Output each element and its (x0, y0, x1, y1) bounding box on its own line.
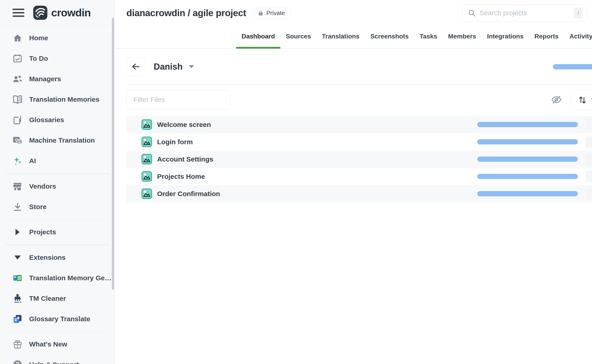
sidebar-item-todo[interactable]: To Do (0, 48, 115, 69)
sidebar-divider (6, 245, 109, 245)
language-name: Danish (154, 62, 183, 72)
sidebar-item-glossaries[interactable]: Glossaries (0, 110, 115, 130)
file-progress-badge: 100% • 0% (585, 188, 592, 200)
privacy-label: Private (266, 10, 285, 17)
crowdin-logo-icon (33, 6, 48, 20)
sidebar-item-translation-memories[interactable]: Translation Memories (0, 89, 115, 110)
language-dropdown-caret-icon[interactable] (189, 65, 194, 68)
sort-files-button[interactable] (571, 90, 592, 110)
sidebar-item-label: Home (29, 34, 48, 42)
file-progress-badge: 100% • 0% (585, 154, 592, 165)
file-name[interactable]: Welcome screen (157, 121, 211, 129)
topbar-actions: / 99+ (462, 4, 592, 22)
toggle-hidden-files-button[interactable] (550, 93, 563, 106)
back-button[interactable] (126, 57, 145, 76)
section-divider (126, 84, 592, 85)
file-progress-fill (477, 191, 578, 196)
sort-arrows-icon (578, 95, 587, 105)
sidebar-item-vendors[interactable]: Vendors (0, 176, 115, 196)
file-progress-bar (477, 122, 578, 127)
file-name[interactable]: Projects Home (157, 173, 205, 180)
sidebar-item-label: Translation Memory Gene… (29, 274, 113, 282)
sidebar: crowdin Home To Do (0, 0, 115, 364)
sidebar-item-machine-translation[interactable]: G Machine Translation (0, 130, 115, 151)
tab-translations[interactable]: Translations (317, 33, 365, 48)
file-row-order-confirmation[interactable]: Order Confirmation 100% • 0% (126, 185, 592, 202)
file-list: Welcome screen 100% • 0% (126, 116, 592, 202)
sidebar-item-extensions[interactable]: Extensions (0, 247, 115, 268)
search-icon (468, 9, 476, 17)
file-progress-bar (477, 156, 578, 162)
file-row-login-form[interactable]: Login form 100% • 0% (126, 133, 592, 151)
storefront-icon (12, 181, 23, 192)
file-progress-bar (477, 174, 578, 179)
sidebar-item-label: TM Cleaner (29, 295, 66, 302)
tab-activity[interactable]: Activity (564, 33, 592, 48)
privacy-badge[interactable]: Private (253, 7, 291, 19)
home-icon (12, 32, 23, 44)
language-progress-group: 99% • 0% (553, 61, 592, 72)
tab-integrations[interactable]: Integrations (482, 33, 529, 48)
file-name[interactable]: Order Confirmation (157, 190, 220, 198)
sidebar-item-store[interactable]: Store (0, 196, 115, 217)
search-projects-box[interactable]: / (462, 4, 587, 22)
machine-translation-icon: G (12, 135, 23, 146)
sidebar-item-projects[interactable]: Projects (0, 222, 115, 242)
sidebar-item-label: Glossaries (29, 116, 64, 124)
gift-icon (12, 338, 23, 350)
file-progress-badge: 100% • 0% (585, 136, 592, 148)
file-row-account-settings[interactable]: Account Settings 100% • 0% (126, 151, 592, 168)
sidebar-item-tm-cleaner[interactable]: TM Cleaner (0, 288, 115, 309)
help-question-icon: ? (12, 359, 23, 364)
svg-text:?: ? (16, 361, 19, 364)
sidebar-item-help-support[interactable]: ? Help & Support (0, 354, 115, 364)
sidebar-item-label: AI (29, 157, 36, 165)
sidebar-item-label: What's New (29, 340, 67, 348)
tab-sources[interactable]: Sources (280, 33, 317, 48)
tab-tasks[interactable]: Tasks (414, 33, 443, 48)
tab-screenshots[interactable]: Screenshots (365, 33, 414, 48)
tm-generator-icon (12, 272, 23, 284)
tab-reports[interactable]: Reports (529, 33, 564, 48)
sidebar-scrollbar[interactable] (112, 18, 114, 290)
search-projects-input[interactable] (479, 9, 573, 17)
sidebar-item-tm-generator[interactable]: Translation Memory Gene… (0, 268, 115, 288)
file-progress-fill (477, 122, 578, 127)
file-progress-badge: 100% • 0% (585, 119, 592, 130)
file-name[interactable]: Account Settings (157, 155, 213, 163)
project-tabs: Dashboard Sources Translations Screensho… (115, 26, 592, 49)
filter-files-input[interactable] (126, 90, 230, 110)
file-row-projects-home[interactable]: Projects Home 100% • 0% (126, 168, 592, 185)
file-progress-bar (477, 191, 578, 196)
file-progress-fill (477, 174, 578, 179)
sidebar-header: crowdin (0, 0, 115, 26)
eye-off-icon (551, 94, 562, 105)
chevron-right-icon (12, 229, 23, 235)
file-progress-fill (477, 156, 578, 162)
arrow-left-icon (131, 62, 141, 72)
people-icon (12, 73, 23, 85)
file-name[interactable]: Login form (157, 138, 193, 146)
file-progress-bar (477, 139, 578, 144)
crowdin-brand[interactable]: crowdin (33, 6, 91, 20)
sidebar-item-label: Machine Translation (29, 136, 95, 144)
sidebar-item-label: Managers (29, 75, 61, 83)
sidebar-item-whats-new[interactable]: What's New (0, 334, 115, 354)
sidebar-divider (6, 173, 109, 174)
calendar-check-icon (12, 53, 23, 64)
sidebar-item-label: Extensions (29, 254, 66, 261)
search-shortcut-hint: / (573, 8, 583, 18)
chevron-down-icon (12, 255, 23, 260)
file-progress-badge: 100% • 0% (585, 171, 592, 182)
sidebar-item-managers[interactable]: Managers (0, 69, 115, 89)
sidebar-item-ai[interactable]: AI (0, 151, 115, 171)
tab-dashboard[interactable]: Dashboard (236, 33, 280, 48)
hamburger-menu-icon[interactable] (13, 9, 24, 17)
sidebar-item-home[interactable]: Home (0, 28, 115, 48)
tab-members[interactable]: Members (443, 33, 482, 48)
sidebar-item-glossary-translate[interactable]: Glossary Translate (0, 309, 115, 329)
file-row-welcome-screen[interactable]: Welcome screen 100% • 0% (126, 116, 592, 133)
sidebar-item-label: Translation Memories (29, 96, 99, 103)
tm-cleaner-brush-icon (12, 293, 23, 304)
project-header: dianacrowdin / agile project Private / (115, 0, 592, 26)
